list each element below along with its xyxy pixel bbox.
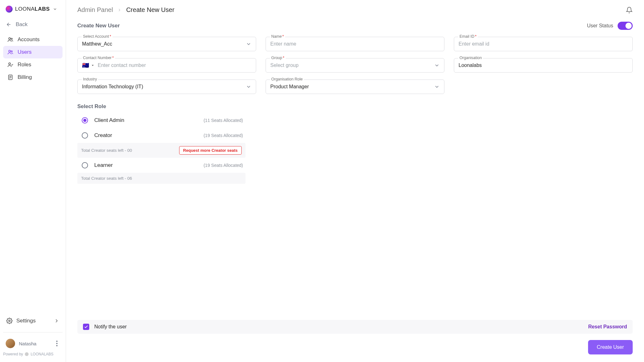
radio[interactable]: [82, 117, 88, 123]
chevron-down-icon: [434, 63, 440, 68]
sidebar-item-roles[interactable]: Roles: [3, 58, 63, 71]
sidebar-item-users[interactable]: Users: [3, 46, 63, 58]
avatar[interactable]: [6, 339, 15, 348]
organisation-field: Organisation: [454, 58, 633, 73]
notify-bar: Notify the user Reset Password: [77, 320, 633, 334]
user-name: Natasha: [19, 341, 36, 346]
industry-field: Industry Information Technology (IT): [77, 80, 256, 94]
role-row-creator[interactable]: Creator (19 Seats Allocated): [77, 128, 245, 143]
form-grid: Select Account* Matthew_Acc Name* Email …: [77, 37, 633, 94]
svg-point-1: [9, 38, 11, 40]
back-label: Back: [16, 21, 28, 28]
sidebar-item-label: Roles: [18, 62, 31, 68]
status-label: User Status: [587, 23, 613, 29]
group-placeholder: Select group: [270, 63, 299, 68]
users-icon: [7, 36, 14, 43]
account-select[interactable]: Matthew_Acc: [77, 37, 256, 51]
organisation-input[interactable]: [459, 63, 628, 68]
svg-point-2: [11, 38, 12, 39]
role-seats: (19 Seats Allocated): [204, 133, 243, 138]
role-row-learner[interactable]: Learner (19 Seats Allocated): [77, 158, 245, 173]
country-code-select[interactable]: 🇦🇺: [82, 62, 95, 69]
role-name: Client Admin: [94, 117, 124, 123]
notify-checkbox[interactable]: [83, 324, 89, 330]
chevron-down-icon: [53, 7, 57, 11]
industry-value: Information Technology (IT): [82, 84, 143, 90]
org-role-select[interactable]: Product Manager: [266, 80, 444, 94]
breadcrumb-parent[interactable]: Admin Panel: [77, 6, 113, 14]
user-status: User Status: [587, 22, 633, 30]
sidebar-item-label: Users: [18, 49, 31, 55]
group-field: Group* Select group: [266, 58, 444, 73]
account-field: Select Account* Matthew_Acc: [77, 37, 256, 51]
chevron-down-icon: [246, 41, 251, 47]
brand-name: LOONALABS: [15, 6, 50, 12]
chevron-right-icon: [54, 318, 59, 324]
breadcrumb: Admin Panel Create New User: [77, 6, 174, 14]
name-field: Name*: [266, 37, 444, 51]
divider: [3, 332, 63, 332]
sidebar-item-label: Billing: [18, 74, 32, 80]
receipt-icon: [7, 74, 14, 80]
group-select[interactable]: Select group: [266, 58, 444, 73]
sidebar: LOONALABS Back Accounts Users Roles: [0, 0, 66, 362]
account-value: Matthew_Acc: [82, 41, 112, 47]
request-more-seats-button[interactable]: Request more Creator seats: [179, 146, 242, 155]
user-menu-button[interactable]: [54, 341, 60, 346]
page-title: Create New User: [77, 23, 120, 29]
main-content: Admin Panel Create New User Create New U…: [66, 0, 644, 362]
roles-title: Select Role: [77, 103, 633, 110]
org-role-value: Product Manager: [270, 84, 309, 90]
role-name: Creator: [94, 132, 112, 139]
email-field: Email ID*: [454, 37, 633, 51]
header: Admin Panel Create New User: [77, 6, 633, 14]
flag-icon: 🇦🇺: [82, 62, 89, 69]
breadcrumb-current: Create New User: [126, 6, 174, 14]
chevron-down-icon: [434, 84, 440, 90]
brand-logo-icon: [25, 352, 29, 356]
back-button[interactable]: Back: [0, 18, 66, 33]
brand-logo-icon: [6, 6, 13, 13]
reset-password-link[interactable]: Reset Password: [588, 324, 627, 330]
settings-label: Settings: [16, 318, 36, 324]
status-toggle[interactable]: [618, 22, 633, 30]
notify-label: Notify the user: [94, 324, 127, 330]
radio[interactable]: [82, 132, 88, 139]
gear-icon: [6, 318, 13, 324]
sidebar-nav: Accounts Users Roles Billing: [0, 33, 66, 84]
user-check-icon: [7, 62, 14, 68]
contact-field: Contact Number* 🇦🇺: [77, 58, 256, 73]
create-user-button[interactable]: Create User: [588, 340, 633, 354]
role-list: Client Admin (11 Seats Allocated) Creato…: [77, 113, 245, 184]
email-input[interactable]: [459, 41, 628, 47]
users-icon: [7, 49, 14, 55]
svg-point-10: [9, 320, 10, 322]
svg-point-5: [9, 63, 11, 65]
role-note-learner: Total Creator seats left - 06: [77, 173, 245, 184]
sidebar-item-settings[interactable]: Settings: [0, 314, 66, 328]
arrow-left-icon: [6, 22, 12, 27]
role-seats: (11 Seats Allocated): [204, 118, 243, 123]
name-input[interactable]: [270, 41, 440, 47]
svg-point-3: [9, 50, 11, 52]
brand-switcher[interactable]: LOONALABS: [0, 6, 66, 18]
org-role-field: Organisation Role Product Manager: [266, 80, 444, 94]
current-user: Natasha: [0, 337, 66, 352]
industry-select[interactable]: Information Technology (IT): [77, 80, 256, 94]
svg-point-4: [11, 51, 12, 52]
sidebar-item-accounts[interactable]: Accounts: [3, 33, 63, 46]
role-note-text: Total Creator seats left - 00: [81, 148, 132, 153]
powered-by: Powered by LOONALABS: [0, 352, 66, 356]
contact-input[interactable]: [98, 63, 251, 68]
notifications-button[interactable]: [626, 7, 633, 14]
role-row-client-admin[interactable]: Client Admin (11 Seats Allocated): [77, 113, 245, 128]
sidebar-item-billing[interactable]: Billing: [3, 71, 63, 84]
sidebar-item-label: Accounts: [18, 36, 40, 43]
chevron-down-icon: [246, 84, 251, 90]
role-name: Learner: [94, 162, 113, 168]
svg-marker-11: [92, 65, 94, 66]
role-note-text: Total Creator seats left - 06: [81, 176, 132, 181]
role-note-creator: Total Creator seats left - 00 Request mo…: [77, 143, 245, 158]
radio[interactable]: [82, 162, 88, 168]
chevron-right-icon: [117, 8, 122, 12]
